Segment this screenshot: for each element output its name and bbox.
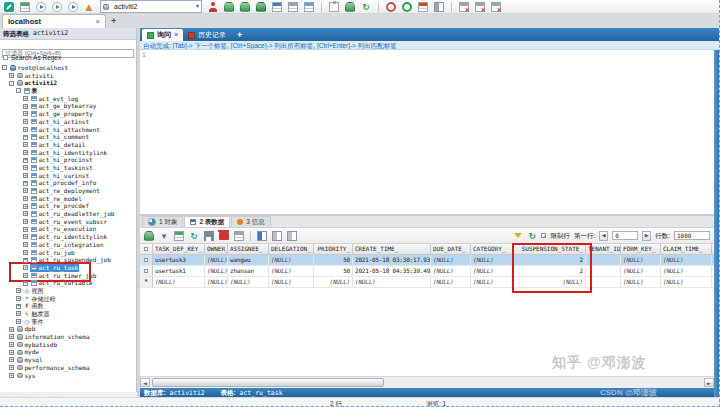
first-row-input[interactable]: [612, 231, 638, 240]
tree-item-mysql[interactable]: mysql: [0, 356, 136, 364]
cell-claim_time[interactable]: (NULL): [661, 255, 712, 265]
tree-item-act-evt-log[interactable]: act_evt_log: [0, 95, 136, 103]
new-query-tab-button[interactable]: +: [231, 29, 248, 41]
tab-history[interactable]: 历史记录: [183, 29, 231, 41]
tree-item-act-ru-deadletter-job[interactable]: act_ru_deadletter_job: [0, 210, 136, 218]
cell-owner[interactable]: (NULL): [205, 266, 228, 276]
expand-icon[interactable]: [23, 204, 28, 209]
row-count-input[interactable]: [674, 231, 710, 240]
cell-delegation[interactable]: (NULL): [269, 266, 314, 276]
row-checkbox-cell[interactable]: [140, 266, 153, 276]
backup-database-icon[interactable]: [256, 2, 266, 12]
session-manager-icon[interactable]: [434, 2, 444, 12]
cell-claim_time[interactable]: (NULL): [661, 277, 712, 287]
alter-table-icon[interactable]: [288, 2, 298, 12]
tree-item-root-localhost[interactable]: root@localhost: [0, 64, 136, 72]
cell-owner[interactable]: (NULL): [205, 277, 228, 287]
expand-icon[interactable]: [23, 119, 28, 124]
tree-item-act-ru-job[interactable]: act_ru_job: [0, 249, 136, 257]
chart-icon[interactable]: ▲: [84, 2, 94, 12]
expand-icon[interactable]: [23, 165, 28, 170]
tree-item-mydw[interactable]: mydw: [0, 348, 136, 356]
database-selector[interactable]: activiti2▾: [100, 0, 202, 13]
cell-due_date[interactable]: (NULL): [431, 255, 471, 265]
column-header-claim_time[interactable]: CLAIM_TIME_: [661, 244, 712, 254]
tree-item-act-procdef-info[interactable]: act_procdef_info: [0, 179, 136, 187]
row-checkbox[interactable]: [144, 258, 148, 262]
expand-icon[interactable]: [23, 273, 28, 278]
tree-item-act-ru-task[interactable]: act_ru_task: [0, 264, 136, 272]
delete-row-icon[interactable]: [219, 232, 229, 240]
cell-assignee[interactable]: wangwu: [228, 255, 269, 265]
tree-item-act-ru-event-subscr[interactable]: act_ru_event_subscr: [0, 218, 136, 226]
expand-icon[interactable]: [16, 319, 21, 324]
tree-item-act-hi-actinst[interactable]: act_hi_actinst: [0, 118, 136, 126]
expand-icon[interactable]: [23, 181, 28, 186]
cell-create_time[interactable]: 2021-05-18 03:30:17.934: [353, 255, 431, 265]
scroll-left-arrow[interactable]: ◄: [140, 378, 150, 387]
expand-icon[interactable]: [23, 173, 28, 178]
form-view-icon[interactable]: [287, 231, 297, 241]
execute-query-icon[interactable]: [36, 2, 46, 12]
empty-table-icon[interactable]: [475, 2, 485, 12]
column-header-tenant_id[interactable]: TENANT_ID_: [586, 244, 621, 254]
expand-icon[interactable]: [9, 73, 14, 78]
new-query-editor-icon[interactable]: [20, 2, 30, 12]
expand-icon[interactable]: [23, 188, 28, 193]
expand-icon[interactable]: [23, 281, 28, 286]
tree-item-act-ru-timer-job[interactable]: act_ru_timer_job: [0, 272, 136, 280]
tree-item-information-schema[interactable]: information_schema: [0, 333, 136, 341]
user-manager-icon[interactable]: [208, 2, 218, 12]
column-header-create_time[interactable]: CREATE_TIME_: [353, 244, 431, 254]
drop-table-icon[interactable]: [491, 2, 501, 12]
cell-category[interactable]: (NULL): [471, 277, 514, 287]
column-header-assignee[interactable]: ASSIGNEE_: [228, 244, 269, 254]
cell-priority[interactable]: (NULL): [314, 277, 353, 287]
expand-icon[interactable]: [23, 111, 28, 116]
tree-item-act-re-deployment[interactable]: act_re_deployment: [0, 187, 136, 195]
column-header-form_key[interactable]: FORM_KEY_: [621, 244, 661, 254]
tree-item--[interactable]: 表: [0, 87, 136, 95]
cell-tenant_id[interactable]: [586, 266, 621, 276]
expand-icon[interactable]: [23, 265, 28, 270]
cell-claim_time[interactable]: (NULL): [661, 266, 712, 276]
cell-task_def_key[interactable]: usertask1: [153, 266, 205, 276]
cell-task_def_key[interactable]: (NULL): [153, 277, 205, 287]
collapse-icon[interactable]: [16, 88, 21, 93]
expand-icon[interactable]: [9, 350, 14, 355]
copy-table-icon[interactable]: [304, 2, 314, 12]
select-all-checkbox-cell[interactable]: [140, 244, 153, 254]
expand-icon[interactable]: [23, 142, 28, 147]
scrollbar-thumb[interactable]: [152, 378, 384, 387]
cell-task_def_key[interactable]: usertask3: [153, 255, 205, 265]
cell-priority[interactable]: 50: [314, 266, 353, 276]
expand-icon[interactable]: [23, 219, 28, 224]
expand-icon[interactable]: [9, 327, 14, 332]
tree-item-activiti2[interactable]: activiti2: [0, 79, 136, 87]
cell-form_key[interactable]: (NULL): [621, 266, 661, 276]
expand-icon[interactable]: [9, 342, 14, 347]
expand-icon[interactable]: [23, 96, 28, 101]
expand-icon[interactable]: [9, 373, 14, 378]
tree-item-activiti[interactable]: activiti: [0, 72, 136, 80]
scroll-right-arrow[interactable]: ►: [704, 378, 714, 387]
expand-icon[interactable]: [16, 304, 21, 309]
expand-icon[interactable]: [23, 127, 28, 132]
tree-item-act-hi-taskinst[interactable]: act_hi_taskinst: [0, 164, 136, 172]
tab-query[interactable]: 询问 ×: [142, 29, 183, 41]
tree-item--[interactable]: ϟ触发器: [0, 310, 136, 318]
collapse-icon[interactable]: [2, 65, 7, 70]
expand-icon[interactable]: [23, 250, 28, 255]
cell-category[interactable]: (NULL): [471, 266, 514, 276]
row-checkbox[interactable]: [144, 269, 148, 273]
tree-item-act-ru-suspended-job[interactable]: act_ru_suspended_job: [0, 256, 136, 264]
add-schedule-icon[interactable]: [402, 2, 412, 12]
cell-due_date[interactable]: (NULL): [431, 266, 471, 276]
tree-item-act-ru-execution[interactable]: act_ru_execution: [0, 225, 136, 233]
refresh-icon[interactable]: ↻: [361, 2, 371, 12]
column-header-priority[interactable]: PRIORITY_: [314, 244, 353, 254]
cell-assignee[interactable]: (NULL): [228, 277, 269, 287]
expand-icon[interactable]: [23, 196, 28, 201]
tab-info[interactable]: 3 信息: [231, 216, 270, 227]
export-data-icon[interactable]: [144, 231, 154, 241]
